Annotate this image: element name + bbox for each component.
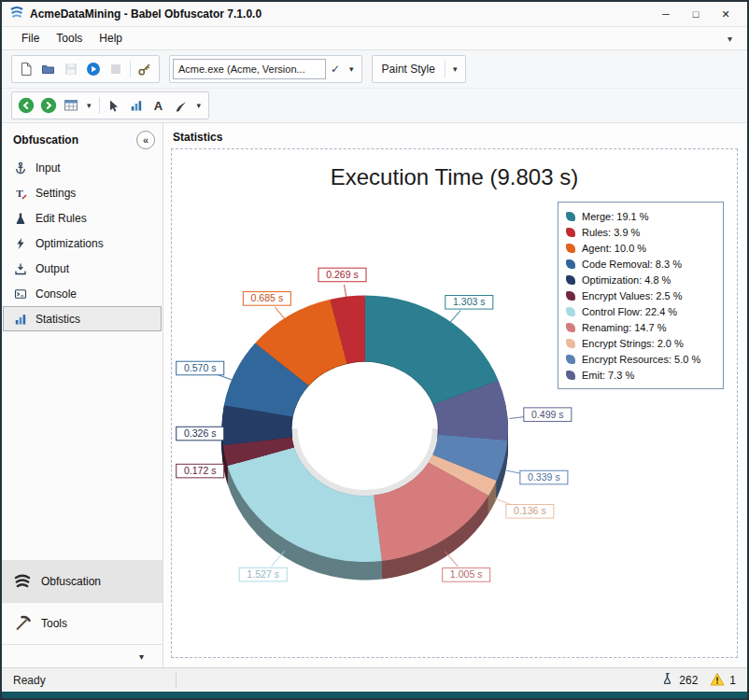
toolbar-separator bbox=[130, 61, 131, 77]
sidebar-item-output[interactable]: Output bbox=[3, 256, 162, 281]
legend-swatch bbox=[566, 355, 575, 364]
legend-label: Rules: 3.9 % bbox=[582, 227, 640, 238]
beaker-icon[interactable] bbox=[661, 672, 674, 688]
check-icon[interactable]: ✓ bbox=[326, 63, 345, 76]
sidebar-item-edit-rules[interactable]: Edit Rules bbox=[3, 205, 162, 231]
legend-swatch bbox=[566, 371, 575, 380]
sidebar-item-console[interactable]: Console bbox=[3, 281, 162, 306]
statusbar: Ready 262 1 bbox=[2, 667, 747, 692]
slice-time-label: 0.685 s bbox=[251, 293, 284, 303]
menu-help[interactable]: Help bbox=[91, 30, 131, 47]
legend-swatch bbox=[566, 323, 575, 332]
run-button[interactable] bbox=[82, 58, 105, 80]
app-window: AcmeDataMining - Babel Obfuscator 7.1.0.… bbox=[0, 0, 749, 700]
slice-time-label: 0.326 s bbox=[184, 428, 217, 439]
nav-obfuscation[interactable]: Obfuscation bbox=[2, 561, 163, 603]
new-file-button[interactable] bbox=[15, 58, 37, 80]
slice-time-label: 0.136 s bbox=[514, 506, 546, 516]
chart-legend: Merge: 19.1 %Rules: 3.9 %Agent: 10.0 %Co… bbox=[558, 202, 724, 389]
window-title: AcmeDataMining - Babel Obfuscator 7.1.0.… bbox=[30, 7, 261, 21]
legend-swatch bbox=[566, 291, 575, 301]
legend-swatch bbox=[566, 259, 575, 269]
sidebar-item-label: Input bbox=[35, 161, 61, 175]
navigation-group: ▾ A ▾ bbox=[11, 91, 209, 119]
sidebar-item-input[interactable]: Input bbox=[3, 155, 162, 180]
toolbar-overflow-button[interactable]: ▾ bbox=[192, 101, 206, 110]
legend-label: Encrypt Resources: 5.0 % bbox=[582, 354, 700, 365]
sidebar-item-label: Edit Rules bbox=[35, 212, 87, 225]
sidebar-item-settings[interactable]: T Settings bbox=[3, 180, 162, 205]
app-logo-icon bbox=[9, 5, 24, 23]
slice-time-label: 1.527 s bbox=[247, 569, 279, 580]
warning-count: 1 bbox=[729, 674, 736, 687]
maximize-button[interactable]: □ bbox=[682, 5, 710, 23]
legend-swatch bbox=[566, 228, 575, 237]
forward-button[interactable] bbox=[37, 94, 60, 117]
lightning-icon bbox=[14, 237, 27, 250]
status-separator bbox=[176, 673, 177, 688]
sidebar-item-optimizations[interactable]: Optimizations bbox=[3, 231, 162, 256]
key-tool-button[interactable] bbox=[134, 58, 156, 80]
assembly-caret-button[interactable]: ▾ bbox=[345, 64, 359, 74]
font-tool-button[interactable]: A bbox=[148, 94, 170, 117]
grid-view-caret-button[interactable]: ▾ bbox=[82, 101, 96, 110]
legend-label: Emit: 7.3 % bbox=[582, 370, 634, 381]
legend-item: Encrypt Strings: 2.0 % bbox=[566, 335, 715, 351]
window-controls: ─ □ ✕ bbox=[652, 5, 740, 23]
warning-icon[interactable] bbox=[710, 672, 725, 689]
menu-file[interactable]: File bbox=[13, 30, 48, 47]
open-button[interactable] bbox=[37, 58, 60, 80]
main-toolbar: Acme.exe (Acme, Version... ✓ ▾ Paint Sty… bbox=[2, 50, 747, 89]
slice-time-label: 1.303 s bbox=[453, 297, 486, 307]
legend-item: Encrypt Values: 2.5 % bbox=[566, 287, 715, 303]
slice-time-label: 0.570 s bbox=[184, 363, 217, 373]
flask-icon bbox=[14, 212, 27, 225]
menubar: File Tools Help ▾ bbox=[2, 26, 747, 50]
sidebar-item-label: Console bbox=[35, 287, 77, 301]
slice-time-label: 0.269 s bbox=[326, 270, 359, 280]
chart-view-button[interactable] bbox=[125, 94, 148, 117]
slice-time-label: 0.339 s bbox=[528, 472, 560, 483]
sidebar-options-caret[interactable]: ▾ bbox=[2, 645, 163, 667]
statistics-chart-panel: Execution Time (9.803 s) 1.303 s0.499 s0… bbox=[171, 148, 738, 658]
sidebar-collapse-button[interactable]: « bbox=[136, 131, 155, 149]
legend-swatch bbox=[566, 307, 575, 316]
nav-tools[interactable]: Tools bbox=[2, 603, 163, 645]
status-counters: 262 1 bbox=[661, 672, 747, 689]
sidebar: Obfuscation « Input T Settings Edit R bbox=[2, 123, 163, 667]
slice-time-label: 0.172 s bbox=[184, 466, 217, 476]
legend-label: Renaming: 14.7 % bbox=[582, 322, 667, 333]
brush-tool-button[interactable] bbox=[170, 94, 192, 117]
svg-text:T: T bbox=[16, 188, 23, 199]
assembly-combobox[interactable]: Acme.exe (Acme, Version... bbox=[173, 59, 326, 79]
beaker-count: 262 bbox=[679, 674, 698, 687]
sidebar-header: Obfuscation « bbox=[2, 123, 163, 155]
sidebar-item-statistics[interactable]: Statistics bbox=[3, 306, 162, 331]
paint-style-dropdown[interactable]: Paint Style bbox=[375, 63, 442, 76]
paint-style-group: Paint Style ▾ bbox=[372, 55, 466, 83]
menu-overflow-button[interactable]: ▾ bbox=[724, 34, 736, 44]
legend-item: Emit: 7.3 % bbox=[566, 367, 715, 383]
anchor-icon bbox=[14, 161, 27, 175]
sidebar-header-label: Obfuscation bbox=[13, 133, 78, 147]
pointer-tool-button[interactable] bbox=[103, 94, 125, 117]
pickaxe-icon bbox=[13, 614, 32, 633]
minimize-button[interactable]: ─ bbox=[652, 5, 680, 23]
toolbar-separator bbox=[445, 61, 445, 77]
save-button[interactable] bbox=[60, 58, 82, 80]
main-panel: Statistics Execution Time (9.803 s) 1.30… bbox=[163, 123, 747, 667]
close-button[interactable]: ✕ bbox=[712, 5, 740, 23]
page-title: Statistics bbox=[163, 123, 747, 148]
legend-swatch bbox=[566, 212, 575, 221]
legend-item: Code Removal: 8.3 % bbox=[566, 256, 715, 272]
legend-swatch bbox=[566, 275, 575, 285]
paint-style-caret-button[interactable]: ▾ bbox=[448, 64, 462, 74]
back-button[interactable] bbox=[15, 94, 37, 117]
grid-view-button[interactable] bbox=[60, 94, 82, 117]
legend-label: Control Flow: 22.4 % bbox=[582, 306, 677, 317]
legend-item: Optimization: 4.8 % bbox=[566, 272, 715, 287]
stop-button[interactable] bbox=[105, 58, 127, 80]
sidebar-item-label: Statistics bbox=[35, 313, 80, 326]
bottom-accent-strip bbox=[2, 692, 747, 698]
menu-tools[interactable]: Tools bbox=[48, 30, 91, 47]
